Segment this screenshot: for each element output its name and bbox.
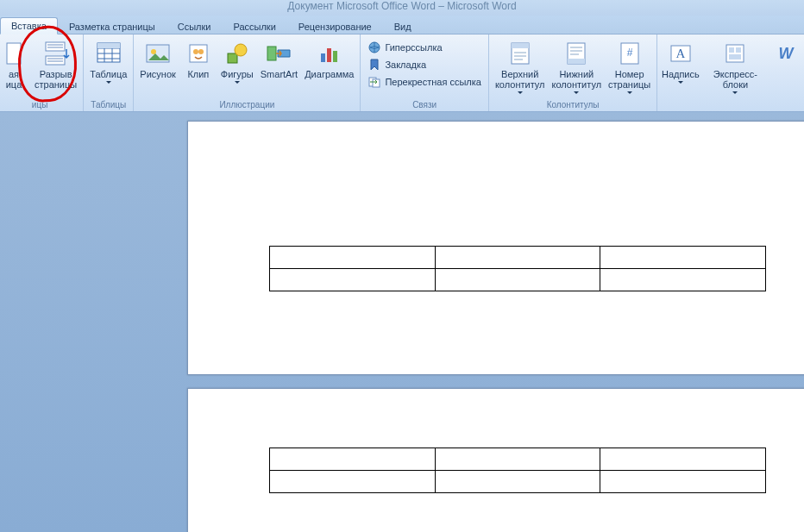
- svg-rect-19: [228, 53, 237, 63]
- chevron-down-icon: [732, 91, 738, 94]
- chart-button[interactable]: Диаграмма: [302, 38, 356, 81]
- tab-ssylki[interactable]: Ссылки: [166, 18, 223, 34]
- document-area[interactable]: [0, 112, 804, 532]
- header-icon: [506, 40, 534, 67]
- svg-rect-13: [97, 43, 120, 48]
- page-number-button[interactable]: # Номер страницы: [606, 38, 653, 96]
- tab-vid[interactable]: Вид: [383, 18, 423, 34]
- svg-rect-44: [736, 47, 741, 53]
- document-table-2[interactable]: [269, 448, 766, 493]
- textbox-button[interactable]: A Надпись: [661, 38, 700, 85]
- tab-vstavka[interactable]: Вставка: [0, 17, 58, 34]
- svg-rect-22: [321, 53, 325, 62]
- svg-point-20: [235, 44, 247, 56]
- document-table-1[interactable]: [269, 246, 766, 291]
- svg-text:#: #: [626, 47, 632, 59]
- tab-razmetka[interactable]: Разметка страницы: [58, 18, 166, 34]
- cover-page-button[interactable]: ая ица: [0, 38, 30, 91]
- svg-rect-1: [46, 42, 65, 51]
- chevron-down-icon: [518, 91, 523, 94]
- bookmark-icon: [367, 58, 381, 72]
- group-label-text: [661, 98, 801, 111]
- quickparts-icon: [721, 40, 749, 67]
- svg-rect-0: [7, 43, 21, 64]
- svg-rect-24: [333, 51, 337, 62]
- group-label-headerfooter: Колонтитулы: [493, 98, 653, 111]
- svg-point-17: [193, 49, 198, 54]
- title-bar: Документ Microsoft Office Word – Microso…: [0, 0, 804, 16]
- wordart-button[interactable]: W: [770, 38, 801, 71]
- smartart-button[interactable]: SmartArt: [258, 38, 300, 81]
- header-button[interactable]: Верхний колонтитул: [493, 38, 548, 96]
- smartart-icon: [265, 40, 292, 67]
- picture-icon: [144, 40, 172, 67]
- group-label-pages: ицы: [0, 98, 79, 111]
- page-1[interactable]: [187, 121, 804, 375]
- tab-recenzirovanie[interactable]: Рецензирование: [287, 18, 383, 34]
- chevron-down-icon: [678, 81, 683, 84]
- page-2[interactable]: [187, 388, 804, 532]
- chevron-down-icon: [574, 91, 579, 94]
- shapes-icon: [223, 40, 251, 67]
- svg-rect-4: [46, 56, 65, 65]
- svg-point-18: [198, 49, 204, 54]
- footer-icon: [562, 40, 590, 67]
- page-break-button[interactable]: Разрыв страницы: [32, 38, 79, 91]
- table-button[interactable]: Таблица: [87, 38, 129, 85]
- svg-rect-21: [267, 47, 276, 60]
- shapes-button[interactable]: Фигуры: [218, 38, 256, 85]
- footer-button[interactable]: Нижний колонтитул: [550, 38, 605, 96]
- textbox-icon: A: [667, 40, 694, 67]
- group-label-links: Связи: [364, 98, 485, 111]
- ribbon: ая ица Разрыв страницы ицы: [0, 34, 804, 112]
- picture-button[interactable]: Рисунок: [137, 38, 179, 81]
- group-label-tables: Таблицы: [87, 98, 129, 111]
- chevron-down-icon: [235, 81, 240, 84]
- quickparts-button[interactable]: Экспресс-блоки: [701, 38, 769, 96]
- hyperlink-icon: [367, 41, 381, 54]
- svg-rect-23: [327, 48, 331, 62]
- ribbon-tabs: Вставка Разметка страницы Ссылки Рассылк…: [0, 16, 804, 34]
- svg-rect-29: [512, 43, 529, 48]
- tab-rassylki[interactable]: Рассылки: [222, 18, 286, 34]
- page-icon: [0, 40, 28, 67]
- group-label-illustrations: Иллюстрации: [137, 98, 356, 111]
- window-title: Документ Microsoft Office Word – Microso…: [287, 0, 516, 12]
- page-number-icon: #: [616, 40, 644, 67]
- bookmark-button[interactable]: Закладка: [364, 57, 485, 72]
- chart-icon: [316, 40, 343, 67]
- svg-rect-34: [568, 59, 585, 64]
- crossref-button[interactable]: Перекрестная ссылка: [364, 74, 485, 90]
- clip-button[interactable]: Клип: [180, 38, 217, 81]
- svg-point-15: [151, 49, 156, 54]
- svg-rect-16: [190, 45, 207, 62]
- svg-rect-45: [729, 54, 741, 59]
- page-break-icon: [42, 40, 70, 67]
- crossref-icon: [367, 75, 381, 89]
- svg-rect-43: [729, 47, 734, 53]
- svg-text:A: A: [675, 47, 685, 60]
- hyperlink-button[interactable]: Гиперссылка: [364, 40, 485, 55]
- chevron-down-icon: [106, 81, 111, 84]
- clip-icon: [185, 40, 212, 67]
- table-icon: [95, 40, 122, 67]
- chevron-down-icon: [627, 91, 632, 94]
- wordart-icon: W: [772, 40, 800, 67]
- svg-text:W: W: [778, 45, 795, 62]
